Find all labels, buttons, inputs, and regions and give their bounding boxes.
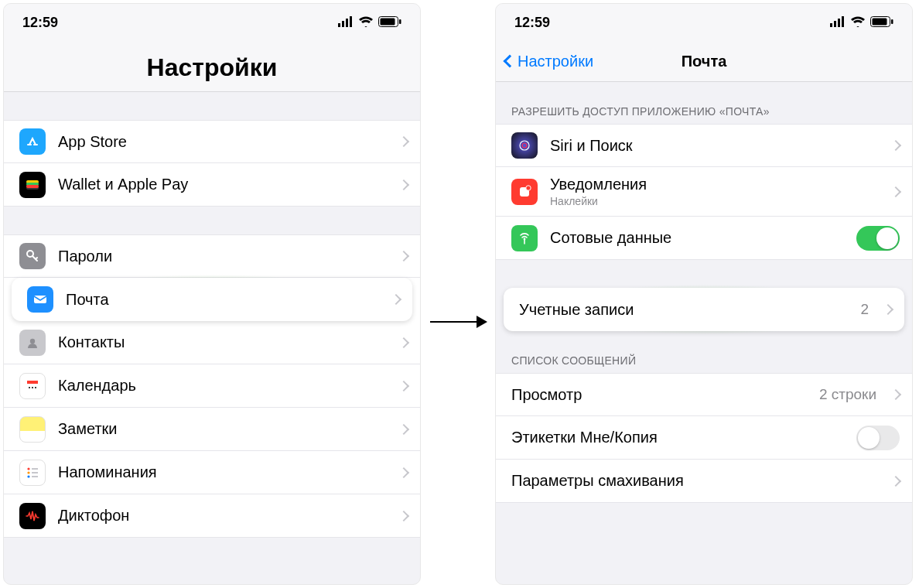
chevron-right-icon (398, 510, 409, 521)
notes-icon (19, 416, 46, 443)
reminders-icon (19, 460, 46, 486)
chevron-right-icon (398, 136, 409, 147)
chevron-right-icon (890, 475, 901, 486)
wallet-icon (19, 172, 46, 198)
row-contacts[interactable]: Контакты (4, 321, 420, 364)
chevron-right-icon (890, 186, 901, 197)
appstore-icon (19, 128, 46, 155)
row-cellular-data[interactable]: Сотовые данные (496, 217, 912, 260)
row-label: Пароли (58, 248, 388, 265)
accounts-count: 2 (860, 301, 869, 318)
svg-rect-0 (338, 23, 340, 27)
voice-memos-icon (19, 503, 46, 529)
settings-group-1: App Store Wallet и Apple Pay (4, 120, 420, 207)
svg-rect-21 (32, 468, 38, 470)
svg-rect-3 (350, 16, 352, 27)
svg-point-15 (29, 387, 30, 388)
svg-point-17 (35, 387, 36, 388)
clock: 12:59 (22, 15, 58, 31)
message-list-group: Просмотр 2 строки Этикетки Мне/Копия Пар… (496, 373, 912, 503)
nav-header: Настройки Почта (496, 41, 912, 82)
cellular-icon (830, 15, 846, 31)
highlight-mail: Почта (4, 278, 420, 321)
wifi-icon (358, 15, 374, 31)
status-bar: 12:59 (496, 4, 912, 41)
svg-rect-12 (34, 296, 46, 303)
svg-point-34 (526, 185, 531, 190)
svg-rect-30 (891, 19, 893, 24)
svg-rect-26 (838, 19, 840, 27)
wifi-icon (850, 15, 866, 31)
chevron-right-icon (883, 304, 893, 315)
to-cc-toggle[interactable] (856, 426, 900, 450)
svg-rect-22 (32, 472, 38, 473)
row-subtitle: Наклейки (550, 195, 880, 207)
settings-group-2: Пароли Почта Контакты Календарь (4, 234, 420, 538)
chevron-right-icon (398, 337, 409, 347)
chevron-left-icon (504, 55, 517, 68)
group-spacer (4, 207, 420, 234)
svg-rect-6 (399, 19, 401, 24)
page-title: Настройки (4, 41, 420, 91)
arrow-line (430, 321, 477, 323)
preview-value: 2 строки (819, 386, 876, 403)
row-mail[interactable]: Почта (12, 278, 412, 321)
row-label: Siri и Поиск (550, 137, 880, 155)
battery-icon (378, 15, 401, 31)
notifications-icon (511, 179, 538, 205)
row-label: Почта (66, 291, 380, 309)
row-reminders[interactable]: Напоминания (4, 451, 420, 494)
status-icons (830, 15, 893, 31)
svg-rect-2 (346, 19, 348, 27)
row-label: Просмотр (511, 386, 807, 404)
cellular-icon (338, 15, 354, 31)
svg-point-19 (27, 471, 29, 473)
row-siri[interactable]: Siri и Поиск (496, 124, 912, 167)
cellular-toggle[interactable] (856, 226, 900, 251)
svg-rect-27 (842, 16, 844, 27)
siri-icon (511, 132, 538, 159)
back-label: Настройки (518, 53, 593, 70)
row-label: Параметры смахивания (511, 472, 880, 490)
svg-rect-10 (26, 185, 39, 188)
contacts-icon (19, 330, 46, 356)
row-label: Контакты (58, 333, 388, 351)
svg-point-16 (32, 387, 33, 388)
chevron-right-icon (398, 423, 409, 434)
row-preview[interactable]: Просмотр 2 строки (496, 373, 912, 416)
row-wallet[interactable]: Wallet и Apple Pay (4, 163, 420, 207)
row-label: Заметки (58, 420, 388, 438)
chevron-right-icon (398, 179, 409, 190)
row-to-cc-labels[interactable]: Этикетки Мне/Копия (496, 416, 912, 460)
group-spacer (4, 92, 420, 120)
row-voice-memos[interactable]: Диктофон (4, 494, 420, 538)
chevron-right-icon (890, 140, 901, 151)
key-icon (19, 243, 46, 269)
row-label: Учетные записи (519, 301, 848, 319)
back-button[interactable]: Настройки (505, 53, 593, 70)
row-calendar[interactable]: Календарь (4, 364, 420, 408)
mail-icon (27, 286, 53, 313)
row-swipe-options[interactable]: Параметры смахивания (496, 460, 912, 503)
row-notifications[interactable]: Уведомления Наклейки (496, 167, 912, 217)
access-group: Siri и Поиск Уведомления Наклейки Сотовы… (496, 124, 912, 260)
row-app-store[interactable]: App Store (4, 120, 420, 163)
row-accounts[interactable]: Учетные записи 2 (504, 288, 904, 331)
arrow-head-icon (477, 316, 487, 328)
row-notes[interactable]: Заметки (4, 408, 420, 451)
svg-rect-25 (834, 21, 836, 27)
svg-point-18 (27, 467, 29, 470)
chevron-right-icon (398, 251, 409, 262)
row-label: Напоминания (58, 463, 388, 481)
svg-rect-24 (830, 23, 832, 27)
row-label: Этикетки Мне/Копия (511, 429, 844, 446)
clock: 12:59 (514, 15, 550, 31)
svg-point-31 (520, 141, 529, 150)
battery-icon (870, 15, 893, 31)
chevron-right-icon (391, 294, 401, 305)
nav-header: Настройки (4, 41, 420, 92)
status-bar: 12:59 (4, 4, 420, 41)
chevron-right-icon (890, 389, 901, 400)
row-label: Диктофон (58, 507, 388, 525)
calendar-icon (19, 373, 46, 399)
